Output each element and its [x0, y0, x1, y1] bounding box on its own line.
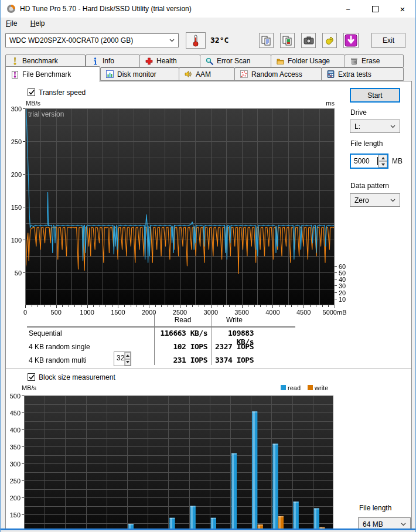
- data-pattern-label: Data pattern: [350, 182, 389, 190]
- temperature-button[interactable]: [186, 32, 206, 49]
- transfer-speed-label: Transfer speed: [39, 88, 86, 97]
- copy-text-button[interactable]: [259, 33, 274, 48]
- temperature-value: 32°C: [210, 36, 229, 45]
- menu-bar: File Help: [1, 18, 415, 30]
- drive-dropdown[interactable]: L:: [350, 120, 400, 133]
- drive-select[interactable]: WDC WD20SPZX-00CRAT0 (2000 GB): [5, 33, 179, 47]
- drive-select-value: WDC WD20SPZX-00CRAT0 (2000 GB): [9, 36, 133, 45]
- transfer-speed-chart: [5, 97, 357, 320]
- tab-label: Error Scan: [217, 57, 250, 65]
- read-swatch-icon: [281, 385, 286, 390]
- trial-watermark: trial version: [28, 110, 64, 118]
- window-title: HD Tune Pro 5.70 - Hard Disk/SSD Utility…: [20, 5, 192, 13]
- data-pattern-value: Zero: [354, 196, 369, 204]
- tab-aam[interactable]: AAM: [179, 67, 235, 81]
- extra-tests-icon: [327, 70, 335, 78]
- tab-random-access[interactable]: Random Access: [234, 67, 322, 81]
- file-length2-label: File length: [359, 504, 391, 512]
- download-button[interactable]: [343, 33, 359, 48]
- close-button[interactable]: ×: [388, 0, 416, 18]
- folder-icon: [277, 57, 284, 65]
- title-bar: HD Tune Pro 5.70 - Hard Disk/SSD Utility…: [1, 0, 415, 18]
- tab-benchmark[interactable]: Benchmark: [5, 54, 86, 67]
- spin-down-button[interactable]: [379, 161, 387, 168]
- spin-up-button[interactable]: [379, 155, 387, 161]
- section-divider: [6, 369, 411, 369]
- tab-label: Benchmark: [22, 57, 58, 65]
- tab-label: Health: [156, 57, 177, 65]
- copy-image-button[interactable]: [280, 33, 295, 48]
- disk-monitor-icon: [106, 70, 114, 78]
- tab-extra-tests[interactable]: Extra tests: [321, 67, 404, 81]
- app-window: HD Tune Pro 5.70 - Hard Disk/SSD Utility…: [0, 0, 416, 532]
- drive-dropdown-value: L:: [354, 122, 360, 131]
- chart-legend: read write: [281, 384, 328, 391]
- tab-folder-usage[interactable]: Folder Usage: [271, 54, 345, 67]
- transfer-speed-checkbox[interactable]: [28, 88, 35, 96]
- queue-depth-value: 32: [114, 352, 124, 366]
- erase-icon: [350, 57, 358, 65]
- copy-image-icon: [282, 36, 292, 46]
- minimize-button[interactable]: –: [335, 0, 362, 18]
- menu-file[interactable]: File: [1, 18, 22, 29]
- tab-label: Info: [103, 57, 114, 65]
- error-scan-icon: [206, 57, 213, 65]
- maximize-button[interactable]: [362, 0, 388, 18]
- tab-label: Folder Usage: [288, 57, 330, 65]
- tab-label: Extra tests: [338, 70, 371, 79]
- exit-button[interactable]: Exit: [371, 33, 405, 48]
- maximize-icon: [372, 6, 379, 12]
- checkmark-icon: [29, 90, 35, 95]
- thermometer-icon: [192, 34, 199, 47]
- start-button[interactable]: Start: [350, 88, 400, 103]
- file-benchmark-icon: [11, 71, 19, 79]
- data-pattern-dropdown[interactable]: Zero: [350, 193, 400, 207]
- legend-item-read: read: [281, 384, 301, 391]
- health-icon: [145, 57, 153, 65]
- row-label-random-single: 4 KB random single: [29, 343, 90, 351]
- tab-error-scan[interactable]: Error Scan: [200, 54, 271, 67]
- chevron-down-icon: [169, 39, 175, 42]
- chevron-down-icon: [390, 199, 395, 202]
- random-single-read-value: 102 IOPS: [144, 342, 207, 351]
- block-size-chart: [5, 380, 357, 532]
- arrow-up-icon: [381, 157, 385, 159]
- file-length-value: 5000: [351, 155, 377, 168]
- table-header-rule: [27, 326, 295, 328]
- app-icon: [6, 4, 16, 13]
- speaker-icon: [185, 70, 192, 78]
- tab-label: Random Access: [251, 70, 302, 79]
- write-swatch-icon: [308, 385, 313, 390]
- tab-label: AAM: [196, 70, 211, 79]
- screenshot-button[interactable]: [301, 33, 316, 48]
- file-length-input[interactable]: 5000: [350, 154, 388, 169]
- queue-depth-spinner[interactable]: 32: [114, 352, 131, 366]
- minimize-icon: –: [346, 5, 350, 12]
- tab-disk-monitor[interactable]: Disk monitor: [100, 67, 179, 81]
- hand-button[interactable]: [322, 33, 337, 48]
- legend-read-label: read: [288, 384, 301, 391]
- spin-up-button[interactable]: [125, 352, 131, 359]
- legend-item-write: write: [308, 384, 328, 391]
- row-label-random-multi: 4 KB random multi: [29, 356, 87, 364]
- chevron-down-icon: [401, 523, 406, 526]
- camera-icon: [304, 36, 314, 45]
- menu-help[interactable]: Help: [25, 18, 50, 29]
- spin-down-button[interactable]: [125, 359, 131, 366]
- tab-label: Disk monitor: [117, 70, 156, 79]
- exit-button-label: Exit: [383, 36, 394, 45]
- row-label-sequential: Sequential: [29, 329, 62, 337]
- random-access-icon: [240, 70, 248, 78]
- close-icon: ×: [400, 4, 405, 14]
- file-length2-value: 64 MB: [363, 520, 383, 528]
- benchmark-icon: [11, 57, 19, 65]
- hand-icon: [325, 36, 335, 46]
- random-multi-read-value: 231 IOPS: [144, 356, 207, 364]
- info-icon: [91, 57, 99, 65]
- tab-info[interactable]: Info: [86, 54, 140, 67]
- tab-file-benchmark[interactable]: File Benchmark: [5, 66, 100, 82]
- tab-erase[interactable]: Erase: [345, 54, 404, 67]
- tab-health[interactable]: Health: [139, 54, 200, 67]
- start-button-label: Start: [367, 91, 382, 100]
- write-column-header: Write: [212, 316, 257, 324]
